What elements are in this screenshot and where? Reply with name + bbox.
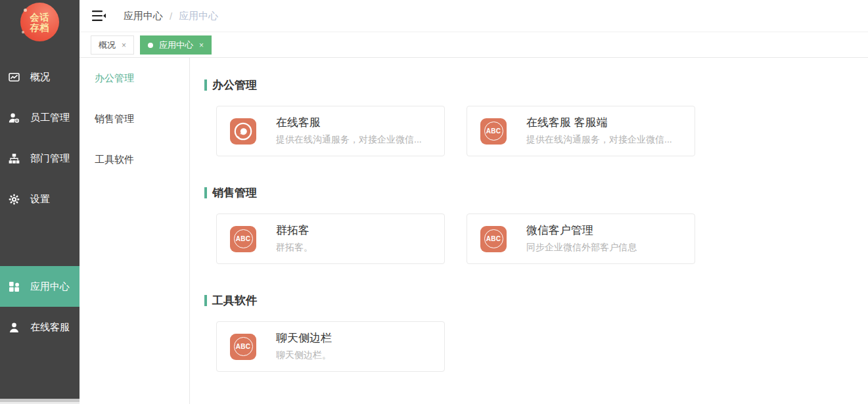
category-item-office[interactable]: 办公管理 (80, 58, 189, 99)
section-title-bar (204, 295, 207, 306)
app-name: 微信客户管理 (526, 224, 637, 237)
app-center-content: 办公管理 在线客服 提供在线沟通服务，对接企业微信... ABC (191, 58, 868, 404)
logo-dot-decoration (24, 9, 27, 12)
logo-dot-decoration (22, 31, 24, 34)
breadcrumb-separator: / (170, 11, 172, 22)
tab-app-center[interactable]: 应用中心 × (140, 35, 212, 55)
sidebar-collapse-icon[interactable] (92, 10, 106, 22)
app-card-chat-sidebar[interactable]: ABC 聊天侧边栏 聊天侧边栏。 (216, 321, 445, 372)
sidebar-item-label: 应用中心 (30, 281, 70, 293)
horizontal-scrollbar[interactable] (0, 399, 80, 404)
app-description: 同步企业微信外部客户信息 (526, 242, 637, 254)
section-title-bar (204, 79, 207, 91)
active-tab-dot (148, 43, 153, 48)
app-description: 聊天侧边栏。 (276, 349, 332, 361)
app-card-online-service[interactable]: 在线客服 提供在线沟通服务，对接企业微信... (216, 106, 445, 156)
category-item-sales[interactable]: 销售管理 (80, 99, 189, 139)
sidebar-item-overview[interactable]: 概况 (0, 56, 80, 97)
gear-icon (9, 194, 20, 205)
card-text: 微信客户管理 同步企业微信外部客户信息 (526, 224, 637, 254)
app-description: 提供在线沟通服务，对接企业微信... (276, 134, 422, 146)
sidebar-item-label: 概况 (30, 71, 50, 83)
card-text: 在线客服 客服端 提供在线沟通服务，对接企业微信... (526, 116, 672, 146)
card-row: 在线客服 提供在线沟通服务，对接企业微信... ABC 在线客服 客服端 提供在… (216, 106, 868, 156)
abc-icon-text: ABC (484, 122, 503, 141)
section-title: 销售管理 (204, 185, 868, 200)
category-sidebar: 办公管理 销售管理 工具软件 (80, 58, 190, 404)
abc-icon-text: ABC (484, 229, 503, 248)
app-description: 群拓客。 (276, 242, 313, 254)
sidebar-item-label: 设置 (30, 193, 50, 206)
section-title-bar (204, 187, 207, 198)
section-title-text: 销售管理 (212, 185, 257, 200)
app-card-wechat-crm[interactable]: ABC 微信客户管理 同步企业微信外部客户信息 (467, 213, 695, 264)
sidebar-item-label: 在线客服 (30, 321, 70, 334)
employee-icon (9, 112, 20, 123)
category-label: 办公管理 (95, 72, 134, 85)
sidebar-item-label: 员工管理 (30, 112, 70, 124)
app-window: 会话 存档 概况 员工管理 部门管理 (0, 0, 868, 404)
tab-close-icon[interactable]: × (199, 41, 204, 50)
category-item-tools[interactable]: 工具软件 (80, 139, 189, 180)
tab-label: 应用中心 (159, 39, 193, 51)
logo-line1: 会话 (30, 12, 50, 22)
section-title-text: 办公管理 (212, 78, 257, 93)
abc-app-icon: ABC (230, 226, 256, 252)
category-label: 销售管理 (95, 113, 134, 125)
sidebar-item-departments[interactable]: 部门管理 (0, 138, 80, 179)
section-title-text: 工具软件 (212, 293, 257, 308)
logo-badge: 会话 存档 (20, 3, 59, 41)
breadcrumb-first[interactable]: 应用中心 (124, 10, 163, 22)
abc-app-icon: ABC (230, 334, 256, 360)
category-label: 工具软件 (95, 154, 134, 166)
sidebar-menu: 概况 员工管理 部门管理 设置 (0, 56, 80, 348)
section-title: 工具软件 (204, 293, 868, 308)
abc-app-icon: ABC (480, 118, 507, 145)
tab-close-icon[interactable]: × (122, 41, 126, 50)
sidebar-item-label: 部门管理 (30, 152, 70, 165)
main-sidebar: 会话 存档 概况 员工管理 部门管理 (0, 0, 80, 399)
app-name: 在线客服 客服端 (526, 116, 672, 129)
app-card-online-service-agent[interactable]: ABC 在线客服 客服端 提供在线沟通服务，对接企业微信... (467, 106, 695, 156)
sidebar-item-online-service[interactable]: 在线客服 (0, 307, 80, 348)
top-header: 应用中心 / 应用中心 (80, 0, 868, 32)
person-icon (9, 322, 20, 333)
tab-label: 概况 (99, 39, 116, 51)
abc-app-icon: ABC (480, 226, 507, 252)
tab-bar: 概况 × 应用中心 × (80, 33, 868, 58)
logo: 会话 存档 (0, 0, 80, 41)
card-text: 群拓客 群拓客。 (276, 224, 313, 254)
breadcrumb-current: 应用中心 (179, 10, 218, 22)
chart-icon (9, 72, 20, 83)
card-row: ABC 聊天侧边栏 聊天侧边栏。 (216, 321, 868, 372)
breadcrumb: 应用中心 / 应用中心 (124, 10, 218, 22)
app-card-group-customer[interactable]: ABC 群拓客 群拓客。 (216, 213, 445, 264)
sidebar-item-settings[interactable]: 设置 (0, 179, 80, 219)
sidebar-item-app-center[interactable]: 应用中心 (0, 266, 80, 307)
app-grid-icon (9, 281, 20, 292)
app-name: 在线客服 (276, 116, 422, 129)
card-row: ABC 群拓客 群拓客。 ABC 微信客户管理 同步企业微信外部客户信息 (216, 213, 868, 264)
card-text: 在线客服 提供在线沟通服务，对接企业微信... (276, 116, 422, 146)
card-text: 聊天侧边栏 聊天侧边栏。 (276, 332, 332, 361)
department-icon (9, 153, 20, 164)
section-title: 办公管理 (204, 78, 868, 93)
customer-service-icon (230, 118, 256, 145)
section-sales: 销售管理 ABC 群拓客 群拓客。 ABC (204, 185, 868, 264)
app-name: 群拓客 (276, 224, 313, 237)
app-name: 聊天侧边栏 (276, 332, 332, 345)
sidebar-item-employees[interactable]: 员工管理 (0, 97, 80, 138)
tab-overview[interactable]: 概况 × (91, 35, 134, 55)
app-description: 提供在线沟通服务，对接企业微信... (526, 134, 672, 146)
section-office: 办公管理 在线客服 提供在线沟通服务，对接企业微信... ABC (204, 78, 868, 156)
section-tools: 工具软件 ABC 聊天侧边栏 聊天侧边栏。 (204, 293, 868, 372)
abc-icon-text: ABC (234, 337, 253, 356)
logo-line2: 存档 (30, 22, 50, 33)
abc-icon-text: ABC (234, 229, 253, 248)
